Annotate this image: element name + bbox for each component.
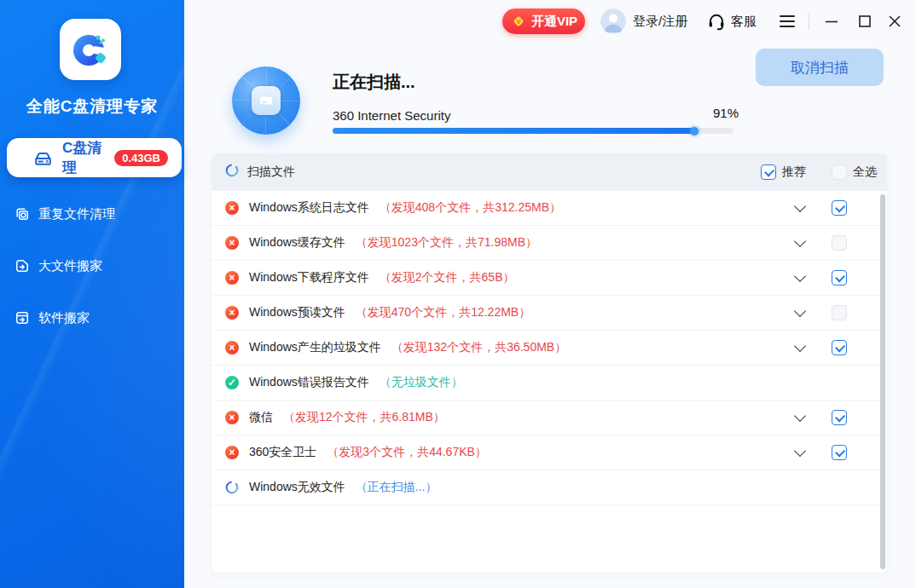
table-row[interactable]: × 微信 （发现12个文件，共6.81MB）: [212, 401, 887, 435]
error-icon: ×: [225, 236, 239, 250]
table-row[interactable]: × Windows产生的垃圾文件 （发现132个文件，共36.50MB）: [212, 331, 887, 366]
software-move-icon: [14, 309, 31, 326]
sidebar-item-大文件搬家[interactable]: 大文件搬家: [0, 246, 184, 285]
sidebar-item-C盘清理[interactable]: C盘清理 0.43GB: [7, 138, 182, 177]
menu-icon[interactable]: [779, 14, 796, 29]
table-row[interactable]: × Windows预读文件 （发现470个文件，共12.22MB）: [212, 296, 887, 331]
progress-percent: 91%: [693, 106, 739, 120]
row-checkbox[interactable]: [832, 340, 847, 355]
error-icon: ×: [225, 341, 239, 355]
spinner-icon: [225, 164, 239, 181]
chevron-down-icon[interactable]: [794, 305, 806, 317]
table-row[interactable]: × 360安全卫士 （发现3个文件，共44.67KB）: [212, 435, 887, 470]
scan-disk-icon: [232, 66, 300, 135]
sidebar-item-重复文件清理[interactable]: 重复文件清理: [0, 194, 184, 233]
table-row[interactable]: × Windows下载程序文件 （发现2个文件，共65B）: [212, 261, 887, 296]
chevron-down-icon[interactable]: [794, 270, 806, 282]
sidebar: 全能C盘清理专家 C盘清理 0.43GB 重复文件清理 大文件搬家 软件搬家: [0, 0, 184, 588]
current-scan-item: 360 Internet Security: [333, 108, 450, 123]
support-link[interactable]: 客服: [731, 14, 757, 30]
chevron-down-icon[interactable]: [794, 340, 806, 352]
chevron-down-icon[interactable]: [794, 445, 806, 457]
select-all-checkbox[interactable]: [832, 164, 847, 180]
headset-icon[interactable]: [706, 11, 727, 32]
table-row[interactable]: × Windows系统日志文件 （发现408个文件，共312.25MB）: [212, 191, 887, 226]
scan-status-title: 正在扫描...: [333, 71, 415, 94]
table-header: 扫描文件 推荐 全选: [212, 153, 887, 191]
table-rows: × Windows系统日志文件 （发现408个文件，共312.25MB） × W…: [212, 191, 887, 505]
disk-core-icon: [252, 86, 281, 115]
success-icon: ✓: [225, 376, 239, 389]
table-row[interactable]: ✓ Windows错误报告文件 （无垃圾文件）: [212, 366, 887, 401]
spinner-icon: [225, 481, 239, 494]
duplicate-files-icon: [14, 205, 31, 222]
table-header-controls: 推荐 全选: [761, 164, 877, 180]
vip-badge-icon: V: [510, 13, 527, 30]
recommend-label: 推荐: [782, 164, 806, 180]
scrollbar-thumb[interactable]: [880, 194, 885, 569]
sidebar-item-软件搬家[interactable]: 软件搬家: [0, 298, 184, 337]
size-badge: 0.43GB: [114, 150, 168, 166]
row-checkbox[interactable]: [832, 270, 847, 285]
select-all-label: 全选: [853, 164, 877, 180]
table-row[interactable]: Windows无效文件 （正在扫描...）: [212, 470, 887, 505]
error-icon: ×: [225, 306, 239, 320]
chevron-down-icon[interactable]: [794, 235, 806, 247]
cancel-scan-button[interactable]: 取消扫描: [756, 49, 884, 86]
progress-bar: [333, 128, 733, 134]
scan-results-panel: 扫描文件 推荐 全选 × Windows系统日志文件 （发现408个文件，共31…: [212, 153, 887, 573]
row-checkbox[interactable]: [832, 235, 847, 251]
app-logo: [60, 19, 121, 80]
error-icon: ×: [225, 411, 239, 424]
titlebar-divider: [809, 13, 809, 30]
avatar[interactable]: [600, 9, 626, 34]
sidebar-menu: C盘清理 0.43GB 重复文件清理 大文件搬家 软件搬家: [0, 138, 184, 350]
row-checkbox[interactable]: [832, 410, 847, 425]
chevron-down-icon[interactable]: [794, 200, 806, 212]
table-title: 扫描文件: [247, 164, 295, 180]
vip-button-label: 开通VIP: [531, 14, 577, 30]
row-checkbox[interactable]: [832, 445, 847, 460]
big-file-move-icon: [14, 257, 31, 274]
app-title: 全能C盘清理专家: [0, 95, 184, 118]
app-logo-icon: [70, 29, 111, 70]
disk-icon: [32, 147, 54, 169]
progress-fill: [333, 128, 698, 134]
maximize-icon[interactable]: [857, 14, 873, 29]
error-icon: ×: [225, 271, 239, 285]
recommend-checkbox[interactable]: [761, 164, 776, 180]
error-icon: ×: [225, 446, 239, 459]
minimize-icon[interactable]: [824, 14, 839, 29]
svg-text:V: V: [516, 18, 520, 26]
error-icon: ×: [225, 201, 239, 215]
user-avatar-icon: [600, 9, 626, 34]
close-icon[interactable]: [887, 14, 902, 29]
row-checkbox[interactable]: [832, 200, 847, 216]
open-vip-button[interactable]: V 开通VIP: [502, 9, 585, 34]
row-checkbox[interactable]: [832, 305, 847, 320]
chevron-down-icon[interactable]: [794, 410, 806, 422]
login-register-link[interactable]: 登录/注册: [633, 14, 687, 30]
table-row[interactable]: × Windows缓存文件 （发现1023个文件，共71.98MB）: [212, 226, 887, 261]
app-window: 全能C盘清理专家 C盘清理 0.43GB 重复文件清理 大文件搬家 软件搬家 V…: [0, 0, 916, 588]
